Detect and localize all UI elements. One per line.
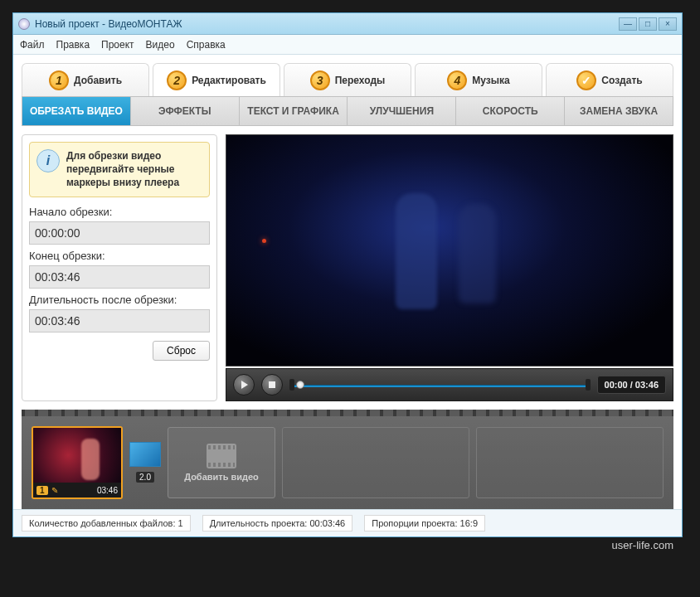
duration-label: Длительность после обрезки: <box>29 294 210 306</box>
trim-marker-start[interactable] <box>289 379 294 391</box>
step-label: Редактировать <box>192 75 266 86</box>
status-files: Количество добавленных файлов: 1 <box>22 515 191 531</box>
info-box: i Для обрезки видео передвигайте черные … <box>29 142 210 197</box>
clip-duration: 03:46 <box>97 486 118 495</box>
start-input[interactable] <box>29 221 210 245</box>
minimize-button[interactable]: — <box>619 17 637 31</box>
titlebar[interactable]: Новый проект - ВидеоМОНТАЖ — □ × <box>13 13 682 35</box>
subtab-effects[interactable]: ЭФФЕКТЫ <box>131 97 240 125</box>
status-duration: Длительность проекта: 00:03:46 <box>202 515 353 531</box>
video-preview[interactable] <box>226 134 673 366</box>
clip-index: 1 <box>36 486 48 495</box>
step-label: Музыка <box>472 75 509 86</box>
info-text: Для обрезки видео передвигайте черные ма… <box>66 149 202 190</box>
timeline: 1 ✎ 03:46 2.0 Добавить видео <box>22 410 673 509</box>
step-transitions[interactable]: 3 Переходы <box>284 63 411 96</box>
step-label: Создать <box>601 75 642 86</box>
video-frame <box>226 135 673 366</box>
menu-help[interactable]: Справка <box>187 39 226 51</box>
menu-file[interactable]: Файл <box>20 39 45 51</box>
reset-button[interactable]: Сброс <box>153 341 210 361</box>
subtab-audio[interactable]: ЗАМЕНА ЗВУКА <box>565 97 673 125</box>
content-area: 1 Добавить 2 Редактировать 3 Переходы 4 … <box>13 55 682 509</box>
preview-area: 00:00 / 03:46 <box>226 134 673 401</box>
step-label: Переходы <box>335 75 386 86</box>
checkmark-icon: ✓ <box>576 70 596 90</box>
watermark: user-life.com <box>612 539 673 550</box>
playhead[interactable] <box>296 381 304 389</box>
clip-image <box>33 428 121 483</box>
step-label: Добавить <box>74 75 122 86</box>
maximize-button[interactable]: □ <box>639 17 657 31</box>
start-label: Начало обрезки: <box>29 206 210 218</box>
app-window: Новый проект - ВидеоМОНТАЖ — □ × Файл Пр… <box>12 12 683 537</box>
add-video-label: Добавить видео <box>184 472 259 482</box>
seek-bar[interactable] <box>289 376 591 394</box>
subtab-enhance[interactable]: УЛУЧШЕНИЯ <box>348 97 456 125</box>
time-display: 00:00 / 03:46 <box>597 376 666 394</box>
subtab-text[interactable]: ТЕКСТ И ГРАФИКА <box>240 97 348 125</box>
player-controls: 00:00 / 03:46 <box>226 368 673 401</box>
info-icon: i <box>36 149 60 172</box>
menubar: Файл Правка Проект Видео Справка <box>13 35 682 55</box>
pencil-icon[interactable]: ✎ <box>51 486 58 495</box>
app-icon <box>18 18 30 30</box>
menu-edit[interactable]: Правка <box>56 39 90 51</box>
end-input[interactable] <box>29 265 210 289</box>
empty-slot[interactable] <box>282 427 469 498</box>
play-icon <box>241 381 248 389</box>
transition-chip[interactable]: 2.0 <box>129 442 161 483</box>
clip-thumbnail[interactable]: 1 ✎ 03:46 <box>32 426 123 499</box>
menu-project[interactable]: Проект <box>101 39 134 51</box>
stop-icon <box>269 381 275 388</box>
step-number-icon: 1 <box>49 70 69 90</box>
transition-duration: 2.0 <box>136 472 154 483</box>
step-music[interactable]: 4 Музыка <box>415 63 542 96</box>
step-number-icon: 4 <box>447 70 467 90</box>
play-button[interactable] <box>233 374 255 396</box>
step-create[interactable]: ✓ Создать <box>546 63 673 96</box>
end-label: Конец обрезки: <box>29 250 210 262</box>
duration-input[interactable] <box>29 309 210 332</box>
status-ratio: Пропорции проекта: 16:9 <box>364 515 485 531</box>
step-number-icon: 2 <box>167 70 187 90</box>
close-button[interactable]: × <box>659 17 677 31</box>
transition-icon <box>129 442 161 467</box>
trim-panel: i Для обрезки видео передвигайте черные … <box>22 134 217 401</box>
window-title: Новый проект - ВидеоМОНТАЖ <box>35 18 619 30</box>
stop-button[interactable] <box>261 374 283 396</box>
subtab-trim[interactable]: ОБРЕЗАТЬ ВИДЕО <box>22 97 131 125</box>
film-icon <box>207 444 236 468</box>
empty-slot[interactable] <box>476 427 664 498</box>
step-tabs: 1 Добавить 2 Редактировать 3 Переходы 4 … <box>22 63 673 96</box>
sub-tabs: ОБРЕЗАТЬ ВИДЕО ЭФФЕКТЫ ТЕКСТ И ГРАФИКА У… <box>22 96 673 126</box>
step-number-icon: 3 <box>310 70 330 90</box>
menu-video[interactable]: Видео <box>146 39 175 51</box>
add-video-slot[interactable]: Добавить видео <box>168 427 275 498</box>
trim-marker-end[interactable] <box>586 379 591 391</box>
step-add[interactable]: 1 Добавить <box>22 63 149 96</box>
subtab-speed[interactable]: СКОРОСТЬ <box>456 97 565 125</box>
step-edit[interactable]: 2 Редактировать <box>153 63 280 96</box>
statusbar: Количество добавленных файлов: 1 Длитель… <box>13 509 682 536</box>
